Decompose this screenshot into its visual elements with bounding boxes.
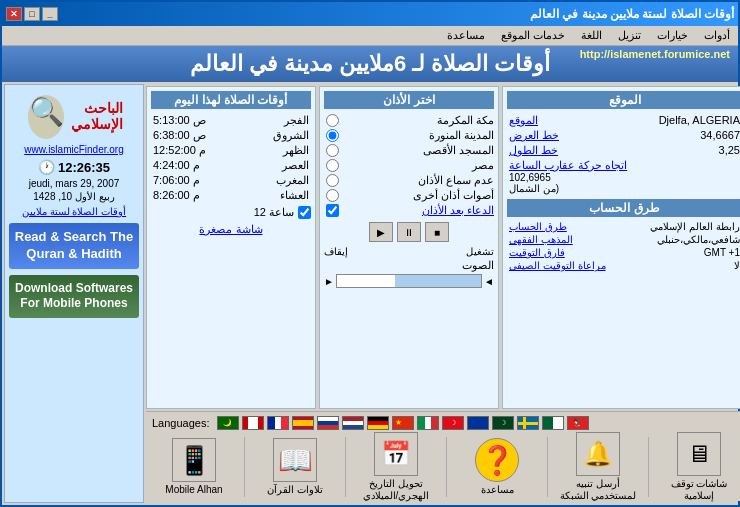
flag-cn[interactable]: ★ <box>392 416 414 430</box>
gregorian-date: jeudi, mars 29, 2007 <box>29 177 120 190</box>
quran-promo[interactable]: Read & Search The Quran & Hadith <box>9 223 139 269</box>
website-link[interactable]: http://islamenet.forumice.net <box>580 48 730 60</box>
menu-help[interactable]: مساعدة <box>443 29 489 42</box>
network-alert-icon[interactable]: 🔔 أرسل تنبيه لمستخدمي الشبكة <box>558 432 638 502</box>
volume-slider[interactable] <box>336 274 482 288</box>
flag-al[interactable]: 🦅 <box>567 416 589 430</box>
adhan-box: اختر الأذان مكة المكرمة المدينة المنورة … <box>319 86 499 409</box>
main-content: 🔍 الباحث الإسلامي www.islamicFinder.org … <box>2 82 738 505</box>
mobile-alhan-icon[interactable]: 📱 Mobile Alhan <box>154 438 234 496</box>
flag-nl[interactable] <box>342 416 364 430</box>
adhan-mecca: مكة المكرمة <box>324 113 494 128</box>
madhhab-label[interactable]: المذهب الفقهي <box>509 234 573 245</box>
adhan-other: أصوات أذان أخرى <box>324 188 494 203</box>
lat-label[interactable]: خط العرض <box>509 129 559 142</box>
saah-label: ساعة 12 <box>254 206 294 219</box>
menu-download[interactable]: تنزيل <box>614 29 645 42</box>
svg-text:🔍: 🔍 <box>29 95 64 128</box>
menu-tools[interactable]: أدوات <box>700 29 734 42</box>
adhan-radio-aqsa[interactable] <box>326 144 339 157</box>
minimize-button[interactable]: _ <box>42 7 58 21</box>
main-window: أوقات الصلاة لستة ملايين مدينة في العالم… <box>0 0 740 507</box>
flag-tr[interactable]: ☽ <box>442 416 464 430</box>
adhan-title: اختر الأذان <box>324 91 494 109</box>
adhan-radio-other[interactable] <box>326 189 339 202</box>
center-area: أوقات الصلاة لهذا اليوم الفجر ص 5:13:00 … <box>144 84 740 503</box>
logo-line1: الباحث <box>71 101 123 116</box>
bottom-toolbar: Languages: 🌙 ★ ☽ ☽ <box>146 411 740 501</box>
calendar-icon-img: 📅 <box>374 432 418 476</box>
screensaver-label: شاشات توقف إسلامية <box>659 478 739 502</box>
saah-checkbox[interactable] <box>298 206 311 219</box>
adhan-radio-mecca[interactable] <box>326 114 339 127</box>
mini-screen-link[interactable]: شاشة مصغرة <box>151 223 311 236</box>
location-box: الموقع Djelfa, ALGERIA الموقع 34,6667 خط… <box>502 86 740 409</box>
sep3 <box>446 437 447 497</box>
prayer-asr: العصر م 4:24:00 <box>151 158 311 173</box>
language-bar: Languages: 🌙 ★ ☽ ☽ <box>146 412 740 433</box>
islamicfinder-link[interactable]: www.islamicFinder.org <box>24 144 123 155</box>
help-icon[interactable]: ❓ مساعدة <box>457 438 537 496</box>
download-promo[interactable]: Download Softwares For Mobile Phones <box>9 275 139 318</box>
screensaver-icon[interactable]: 🖥 شاشات توقف إسلامية <box>659 432 739 502</box>
madhhab: شافعي،مالكي،حنبلي المذهب الفقهي <box>507 233 740 246</box>
flag-ca[interactable] <box>242 416 264 430</box>
clock-display: 12:26:35 <box>58 160 110 175</box>
menu-options[interactable]: خيارات <box>653 29 692 42</box>
flag-de[interactable] <box>367 416 389 430</box>
prayer-maghrib: المغرب م 7:06:00 <box>151 173 311 188</box>
adhan-radio-egypt[interactable] <box>326 159 339 172</box>
play-button[interactable]: ▶ <box>369 222 393 242</box>
adhan-aqsa: المسجد الأقصى <box>324 143 494 158</box>
adhan-radio-none[interactable] <box>326 174 339 187</box>
maximize-button[interactable]: □ <box>24 7 40 21</box>
bottom-icons: 📱 Mobile Alhan 📖 تلاوات القرآن 📅 تحويل ا… <box>146 433 740 501</box>
method-title: طرق الحساب <box>507 199 740 217</box>
menu-services[interactable]: خدمات الموقع <box>497 29 569 42</box>
prayer-shorouq: الشروق ص 6:38:00 <box>151 128 311 143</box>
sep2 <box>345 437 346 497</box>
close-button[interactable]: ✕ <box>6 7 22 21</box>
quran-recitations-icon[interactable]: 📖 تلاوات القرآن <box>255 438 335 496</box>
dua-checkbox[interactable] <box>326 204 339 217</box>
adhan-madina: المدينة المنورة <box>324 128 494 143</box>
logo-area: 🔍 الباحث الإسلامي www.islamicFinder.org <box>24 89 123 155</box>
flag-it[interactable] <box>417 416 439 430</box>
adhan-none: عدم سماع الأذان <box>324 173 494 188</box>
dst-label[interactable]: مراعاة التوقيت الصيفي <box>509 260 606 271</box>
dir-label[interactable]: اتجاه حركة عقارب الساعة <box>509 159 627 172</box>
date-converter-icon[interactable]: 📅 تحويل التاريخ الهجري/الميلادي <box>356 432 436 502</box>
flag-es[interactable] <box>292 416 314 430</box>
adhan-radio-madina[interactable] <box>326 129 339 142</box>
lon-label[interactable]: خط الطول <box>509 144 558 157</box>
window-controls: _ □ ✕ <box>6 7 58 21</box>
pause-button[interactable]: ⏸ <box>397 222 421 242</box>
flag-sa[interactable]: 🌙 <box>217 416 239 430</box>
pause-label: إيقاف <box>324 246 348 257</box>
prayer-fajr: الفجر ص 5:13:00 <box>151 113 311 128</box>
screensaver-icon-img: 🖥 <box>677 432 721 476</box>
left-panel: 🔍 الباحث الإسلامي www.islamicFinder.org … <box>4 84 144 503</box>
quran-label: تلاوات القرآن <box>267 484 323 496</box>
flag-se[interactable] <box>517 416 539 430</box>
stop-button[interactable]: ■ <box>425 222 449 242</box>
menu-language[interactable]: اللغة <box>577 29 606 42</box>
location-lon: 3,25 خط الطول <box>507 143 740 158</box>
sep5 <box>648 437 649 497</box>
calc-label[interactable]: طرق الحساب <box>509 221 567 232</box>
flag-ba[interactable] <box>467 416 489 430</box>
flag-fr[interactable] <box>267 416 289 430</box>
tz-label[interactable]: فارق التوقيت <box>509 247 565 258</box>
flag-dz[interactable] <box>542 416 564 430</box>
flag-pk[interactable]: ☽ <box>492 416 514 430</box>
location-lat: 34,6667 خط العرض <box>507 128 740 143</box>
flag-ru[interactable] <box>317 416 339 430</box>
location-label[interactable]: الموقع <box>509 114 538 127</box>
location-title: الموقع <box>507 91 740 109</box>
prayer-times-box: أوقات الصلاة لهذا اليوم الفجر ص 5:13:00 … <box>146 86 316 409</box>
alert-icon-img: 🔔 <box>576 432 620 476</box>
quran-icon-img: 📖 <box>273 438 317 482</box>
prayer-times-link[interactable]: أوقات الصلاة لستة ملايين <box>22 206 126 217</box>
header-title: أوقات الصلاة لـ 6ملايين مدينة في العالم <box>190 51 551 77</box>
help-label: مساعدة <box>481 484 514 496</box>
